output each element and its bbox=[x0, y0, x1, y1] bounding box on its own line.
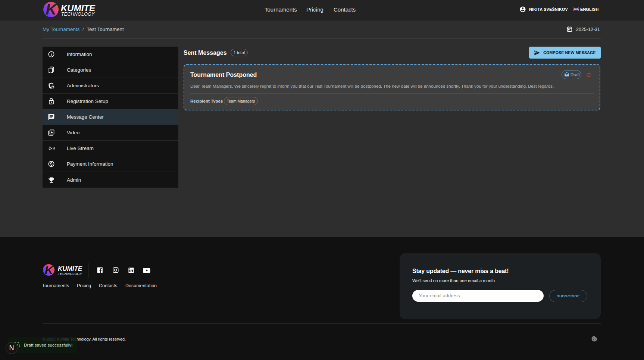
svg-text:K: K bbox=[46, 2, 58, 17]
svg-text:K: K bbox=[45, 264, 54, 276]
